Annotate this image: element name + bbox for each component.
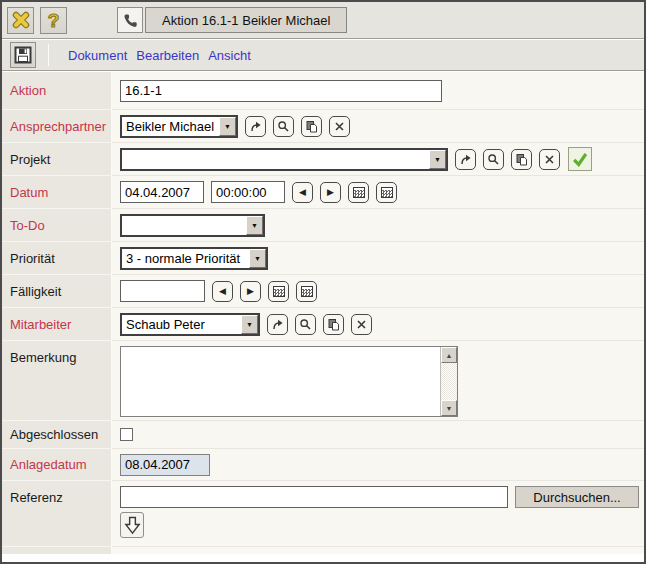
row-prioritaet: Priorität 3 - normale Priorität ▼ (2, 242, 644, 275)
mitarbeiter-select[interactable]: Schaub Peter ▼ (120, 313, 260, 336)
projekt-search-button[interactable] (483, 149, 504, 170)
projekt-goto-button[interactable] (455, 149, 476, 170)
arrow-left-icon: ◀ (219, 287, 226, 296)
faelligkeit-label: Fälligkeit (2, 275, 112, 308)
datum-label: Datum (2, 176, 112, 209)
phone-button[interactable] (117, 7, 143, 33)
ansprechpartner-goto-button[interactable] (245, 116, 266, 137)
ansprechpartner-clear-button[interactable] (329, 116, 350, 137)
action-form: Aktion Ansprechpartner Beikler Michael ▼ (2, 72, 644, 562)
top-toolbar: ? Aktion 16.1-1 Beikler Michael (2, 2, 644, 38)
scroll-down-icon: ▼ (446, 405, 453, 412)
arrow-right-icon: ▶ (247, 287, 254, 296)
chevron-down-icon[interactable]: ▼ (219, 117, 236, 136)
row-abgeschlossen: Abgeschlossen (2, 421, 644, 449)
document-tab[interactable]: Aktion 16.1-1 Beikler Michael (145, 7, 347, 33)
datum-calendar2-button[interactable] (376, 182, 397, 203)
todo-select[interactable]: ▼ (120, 214, 265, 237)
mitarbeiter-search-button[interactable] (295, 314, 316, 335)
projekt-clear-button[interactable] (539, 149, 560, 170)
faelligkeit-calendar2-button[interactable] (296, 281, 317, 302)
abgeschlossen-label: Abgeschlossen (2, 421, 112, 449)
down-arrow-icon (123, 515, 142, 536)
row-ansprechpartner: Ansprechpartner Beikler Michael ▼ (2, 110, 644, 143)
faelligkeit-prev-button[interactable]: ◀ (212, 281, 233, 302)
menu-divider (48, 44, 49, 66)
scrollbar-track[interactable] (441, 363, 457, 400)
projekt-label: Projekt (2, 143, 112, 176)
referenz-label: Referenz (2, 481, 112, 547)
datum-next-button[interactable]: ▶ (320, 182, 341, 203)
bemerkung-scrollbar[interactable]: ▲ ▼ (440, 347, 457, 416)
row-referenz: Referenz Durchsuchen... (2, 481, 644, 547)
mitarbeiter-label: Mitarbeiter (2, 308, 112, 341)
bottom-strip (2, 554, 644, 562)
search-icon (298, 317, 313, 332)
scroll-down-button[interactable]: ▼ (441, 400, 457, 416)
browse-button[interactable]: Durchsuchen... (515, 486, 639, 508)
abgeschlossen-checkbox[interactable] (120, 428, 133, 441)
aktion-input[interactable] (120, 80, 442, 102)
clear-icon (542, 152, 557, 167)
chevron-down-icon[interactable]: ▼ (246, 216, 263, 235)
ansprechpartner-select[interactable]: Beikler Michael ▼ (120, 115, 238, 138)
help-button[interactable]: ? (40, 7, 67, 34)
projekt-confirm-button[interactable] (568, 147, 592, 171)
projekt-select[interactable]: ▼ (120, 148, 448, 171)
mitarbeiter-clear-button[interactable] (351, 314, 372, 335)
calendar-icon (273, 286, 285, 297)
goto-icon (270, 317, 285, 332)
mitarbeiter-copy-button[interactable] (323, 314, 344, 335)
chevron-down-icon[interactable]: ▼ (241, 315, 258, 334)
scroll-up-button[interactable]: ▲ (441, 347, 457, 363)
menu-ansicht[interactable]: Ansicht (208, 48, 251, 63)
close-icon (11, 10, 31, 30)
row-bemerkung: Bemerkung ▲ ▼ (2, 341, 644, 421)
bemerkung-label: Bemerkung (2, 341, 112, 421)
row-mitarbeiter: Mitarbeiter Schaub Peter ▼ (2, 308, 644, 341)
datum-calendar-button[interactable] (348, 182, 369, 203)
datum-date-input[interactable] (120, 181, 204, 203)
faelligkeit-calendar-button[interactable] (268, 281, 289, 302)
clear-icon (354, 317, 369, 332)
ansprechpartner-search-button[interactable] (273, 116, 294, 137)
faelligkeit-input[interactable] (120, 280, 205, 302)
clear-icon (332, 119, 347, 134)
referenz-input[interactable] (120, 486, 508, 508)
search-icon (276, 119, 291, 134)
search-icon (486, 152, 501, 167)
menu-dokument[interactable]: Dokument (68, 48, 127, 63)
row-anlagedatum: Anlagedatum (2, 449, 644, 481)
referenz-download-button[interactable] (120, 512, 144, 538)
prioritaet-select[interactable]: 3 - normale Priorität ▼ (120, 247, 268, 270)
datum-prev-button[interactable]: ◀ (292, 182, 313, 203)
projekt-copy-button[interactable] (511, 149, 532, 170)
datum-time-input[interactable] (211, 181, 285, 203)
bemerkung-textarea[interactable] (121, 347, 440, 416)
copy-icon (514, 152, 529, 167)
close-button[interactable] (7, 7, 34, 34)
chevron-down-icon[interactable]: ▼ (429, 150, 446, 169)
anlagedatum-label: Anlagedatum (2, 449, 112, 481)
scroll-up-icon: ▲ (446, 352, 453, 359)
menu-bearbeiten[interactable]: Bearbeiten (136, 48, 199, 63)
mitarbeiter-value: Schaub Peter (122, 315, 241, 334)
mitarbeiter-goto-button[interactable] (267, 314, 288, 335)
check-icon (571, 150, 589, 168)
ansprechpartner-label: Ansprechpartner (2, 110, 112, 143)
help-icon: ? (48, 11, 60, 30)
prioritaet-label: Priorität (2, 242, 112, 275)
calendar-icon (301, 286, 313, 297)
save-button[interactable] (10, 42, 36, 68)
copy-icon (326, 317, 341, 332)
chevron-down-icon[interactable]: ▼ (249, 249, 266, 268)
ansprechpartner-value: Beikler Michael (122, 117, 219, 136)
arrow-right-icon: ▶ (327, 188, 334, 197)
ansprechpartner-copy-button[interactable] (301, 116, 322, 137)
phone-icon (122, 12, 139, 29)
document-tab-label: Aktion 16.1-1 Beikler Michael (162, 13, 330, 28)
arrow-left-icon: ◀ (299, 188, 306, 197)
copy-icon (304, 119, 319, 134)
row-filler (2, 547, 644, 554)
faelligkeit-next-button[interactable]: ▶ (240, 281, 261, 302)
